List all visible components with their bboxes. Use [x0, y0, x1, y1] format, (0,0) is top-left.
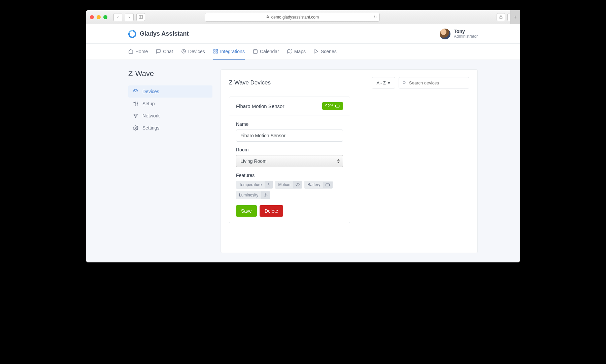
- svg-rect-7: [216, 49, 217, 51]
- calendar-icon: [253, 49, 258, 54]
- svg-point-5: [182, 49, 186, 53]
- sidebar-item-setup[interactable]: Setup: [128, 98, 212, 110]
- svg-point-30: [265, 194, 266, 196]
- window-close-icon[interactable]: [90, 15, 94, 19]
- svg-rect-10: [254, 50, 257, 53]
- window-zoom-icon[interactable]: [103, 15, 107, 19]
- lock-icon: [266, 15, 269, 20]
- user-menu[interactable]: Tony Administrator: [440, 29, 478, 39]
- avatar: [440, 29, 450, 39]
- svg-point-23: [403, 81, 405, 84]
- chevron-down-icon: ▾: [388, 80, 390, 85]
- feature-tag-battery: Battery: [304, 181, 333, 189]
- sidebar-toggle-button[interactable]: [136, 13, 145, 21]
- search-icon: [402, 80, 406, 85]
- gear-icon: [133, 125, 138, 131]
- page-title: Z-Wave: [128, 69, 212, 78]
- svg-line-36: [265, 196, 265, 196]
- browser-toolbar: ‹ › demo.gladysassistant.com ↻: [86, 10, 520, 24]
- name-label: Name: [236, 121, 343, 127]
- new-tab-button[interactable]: +: [510, 10, 520, 24]
- features-label: Features: [236, 173, 343, 178]
- svg-line-38: [265, 194, 265, 194]
- home-icon: [128, 49, 133, 54]
- wifi-icon: [133, 113, 138, 118]
- feature-tag-motion: Motion: [275, 181, 302, 189]
- tab-home[interactable]: Home: [128, 44, 148, 60]
- user-role: Administrator: [454, 34, 478, 39]
- svg-line-24: [405, 83, 406, 84]
- tab-maps[interactable]: Maps: [287, 44, 306, 60]
- sun-icon: [261, 191, 270, 199]
- svg-line-35: [267, 194, 267, 194]
- search-box[interactable]: [399, 77, 469, 88]
- svg-rect-25: [336, 105, 339, 107]
- tab-integrations[interactable]: Integrations: [213, 44, 245, 60]
- svg-rect-9: [216, 52, 217, 53]
- brand-logo-icon: [127, 28, 138, 39]
- device-title: Fibaro Motion Sensor: [236, 103, 284, 109]
- svg-point-4: [183, 51, 184, 52]
- grid-icon: [213, 49, 218, 54]
- devices-icon: [181, 49, 186, 54]
- svg-line-37: [267, 196, 267, 196]
- reload-icon[interactable]: ↻: [373, 15, 377, 20]
- tab-devices[interactable]: Devices: [181, 44, 205, 60]
- url-bar[interactable]: demo.gladysassistant.com ↻: [205, 13, 380, 22]
- sidebar-item-settings[interactable]: Settings: [128, 122, 212, 134]
- battery-icon: [335, 105, 340, 108]
- panel-title: Z-Wave Devices: [229, 79, 271, 86]
- svg-point-22: [135, 127, 136, 129]
- brand-name: Gladys Assistant: [140, 30, 189, 37]
- device-name-input[interactable]: [236, 130, 343, 142]
- svg-rect-8: [214, 52, 215, 53]
- sort-dropdown[interactable]: A - Z ▾: [372, 77, 395, 88]
- forward-button[interactable]: ›: [125, 13, 134, 21]
- play-icon: [314, 49, 319, 54]
- feature-tag-temperature: Temperature: [236, 181, 273, 189]
- eye-icon: [293, 181, 302, 188]
- svg-point-27: [297, 184, 298, 185]
- room-select[interactable]: Living Room: [236, 155, 343, 167]
- back-button[interactable]: ‹: [113, 13, 122, 21]
- battery-badge: 92%: [322, 102, 343, 110]
- tab-calendar[interactable]: Calendar: [253, 44, 279, 60]
- device-card: Fibaro Motion Sensor 92% Name Room: [229, 97, 350, 223]
- save-button[interactable]: Save: [236, 205, 257, 217]
- room-label: Room: [236, 147, 343, 152]
- svg-point-21: [135, 117, 136, 117]
- svg-rect-28: [326, 184, 330, 186]
- main-panel: Z-Wave Devices A - Z ▾ Fibaro Motion Sen…: [221, 69, 478, 253]
- main-nav: Home Chat Devices Integrations Calendar …: [86, 44, 520, 60]
- svg-marker-12: [287, 49, 292, 53]
- sidebar-item-devices[interactable]: Devices: [128, 85, 212, 98]
- svg-marker-13: [315, 49, 318, 53]
- svg-point-14: [135, 91, 136, 92]
- share-button[interactable]: [497, 13, 505, 21]
- delete-button[interactable]: Delete: [260, 205, 283, 217]
- url-text: demo.gladysassistant.com: [271, 15, 319, 20]
- radio-icon: [133, 89, 138, 94]
- sliders-icon: [133, 101, 138, 106]
- thermometer-icon: [265, 181, 273, 188]
- user-name: Tony: [454, 29, 478, 34]
- battery-small-icon: [323, 182, 333, 188]
- window-minimize-icon[interactable]: [97, 15, 101, 19]
- map-icon: [287, 49, 292, 54]
- tab-chat[interactable]: Chat: [156, 44, 173, 60]
- tab-scenes[interactable]: Scenes: [314, 44, 337, 60]
- svg-point-20: [137, 103, 138, 104]
- chat-icon: [156, 49, 161, 54]
- svg-rect-6: [214, 49, 215, 51]
- feature-tag-luminosity: Luminosity: [236, 191, 270, 199]
- svg-point-18: [134, 102, 135, 103]
- svg-point-19: [135, 104, 136, 105]
- app-header: Gladys Assistant Tony Administrator: [86, 24, 520, 44]
- search-input[interactable]: [409, 80, 466, 85]
- svg-rect-0: [139, 15, 143, 19]
- sidebar-item-network[interactable]: Network: [128, 110, 212, 122]
